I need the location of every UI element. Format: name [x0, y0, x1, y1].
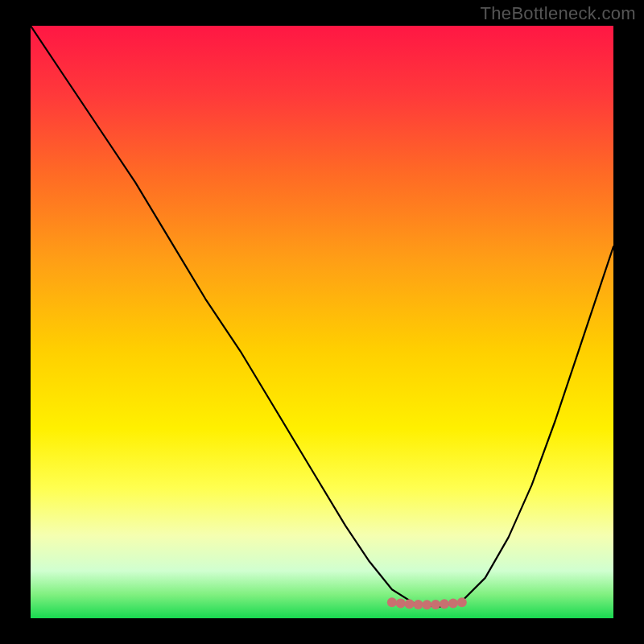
valley-marker-dot	[405, 599, 415, 609]
valley-marker-dot	[387, 597, 397, 607]
chart-background-gradient	[31, 26, 613, 618]
valley-marker-dot	[431, 600, 440, 609]
watermark-text: TheBottleneck.com	[481, 3, 636, 24]
chart-svg	[31, 26, 613, 618]
valley-marker-dot	[440, 599, 449, 609]
valley-marker-dot	[422, 600, 431, 609]
valley-marker-dot	[448, 598, 458, 608]
valley-marker-dot	[457, 597, 467, 607]
valley-marker-dot	[396, 598, 406, 608]
plot-area	[31, 26, 613, 618]
chart-frame: TheBottleneck.com	[0, 0, 644, 644]
valley-marker-dot	[414, 600, 423, 609]
